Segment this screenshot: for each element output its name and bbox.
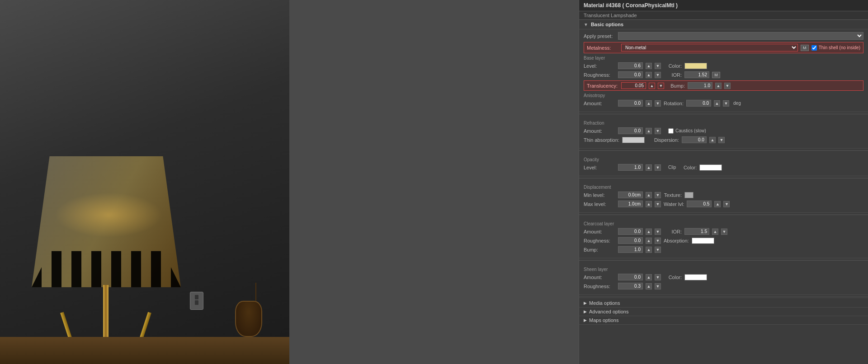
clearcoat-roughness-row: Roughness: ▲ ▼ Absorption: [584, 237, 863, 244]
maps-arrow: ▶ [584, 318, 587, 322]
bump-spin-up[interactable]: ▲ [715, 83, 722, 89]
refraction-amount-label: Amount: [584, 128, 615, 134]
opacity-spin-up[interactable]: ▲ [646, 164, 652, 171]
deg-label: deg [733, 101, 741, 106]
clearcoat-amount-input[interactable] [618, 228, 643, 235]
clearcoat-roughness-spin-up[interactable]: ▲ [646, 238, 652, 244]
min-level-spin-down[interactable]: ▼ [655, 192, 661, 198]
aniso-amount-input[interactable] [618, 100, 643, 107]
opacity-color-swatch[interactable] [699, 164, 722, 171]
displacement-section: Displacement Min level: ▲ ▼ Texture: Max… [579, 180, 868, 213]
displacement-body: Displacement Min level: ▲ ▼ Texture: Max… [579, 180, 868, 212]
caustics-checkbox[interactable] [668, 128, 674, 134]
sheen-section: Sheen layer Amount: ▲ ▼ Color: Roughness… [579, 262, 868, 295]
clearcoat-roughness-input[interactable] [618, 237, 643, 244]
level-spin-down[interactable]: ▼ [655, 63, 661, 69]
texture-swatch[interactable] [684, 192, 693, 198]
floor [0, 337, 289, 364]
roughness-spin-up[interactable]: ▲ [646, 72, 652, 78]
panel-subtitle: Translucent Lampshade [579, 11, 868, 20]
sheen-amount-spin-down[interactable]: ▼ [655, 274, 661, 280]
metalness-m-button[interactable]: M [801, 45, 809, 51]
thin-absorption-swatch[interactable] [622, 137, 645, 143]
dispersion-input[interactable] [682, 136, 707, 143]
translucency-input[interactable] [621, 82, 646, 89]
min-level-spin-up[interactable]: ▲ [646, 192, 652, 198]
clearcoat-bump-label: Bump: [584, 247, 615, 252]
aniso-spin-up[interactable]: ▲ [646, 100, 652, 107]
clearcoat-absorption-swatch[interactable] [692, 238, 714, 244]
clearcoat-ior-spin-down[interactable]: ▼ [721, 229, 727, 235]
roughness-input[interactable] [618, 71, 643, 78]
min-level-input[interactable] [618, 191, 643, 198]
wall-socket [190, 292, 203, 310]
maps-options-header[interactable]: ▶ Maps options [579, 316, 868, 325]
clearcoat-bump-spin-up[interactable]: ▲ [646, 247, 652, 253]
clearcoat-amount-spin-up[interactable]: ▲ [646, 229, 652, 235]
clearcoat-amount-spin-down[interactable]: ▼ [655, 229, 661, 235]
opacity-color-label: Color: [679, 165, 697, 170]
opacity-section: Opacity Level: ▲ ▼ Clip Color: [579, 153, 868, 176]
clearcoat-body: Clearcoat layer Amount: ▲ ▼ IOR: ▲ ▼ Rou… [579, 217, 868, 258]
sheen-amount-row: Amount: ▲ ▼ Color: [584, 274, 863, 280]
sheen-color-swatch[interactable] [684, 274, 707, 280]
water-input[interactable] [687, 201, 712, 207]
refraction-spin-down[interactable]: ▼ [655, 128, 661, 134]
ior-input[interactable] [684, 71, 709, 78]
sheen-roughness-input[interactable] [618, 283, 643, 289]
clearcoat-roughness-spin-down[interactable]: ▼ [655, 238, 661, 244]
clearcoat-ior-input[interactable] [684, 228, 709, 235]
apply-preset-select[interactable] [618, 32, 863, 40]
refraction-amount-row: Amount: ▲ ▼ Caustics (slow) [584, 127, 863, 134]
media-options-header[interactable]: ▶ Media options [579, 299, 868, 308]
clearcoat-ior-spin-up[interactable]: ▲ [712, 229, 718, 235]
clearcoat-ior-label: IOR: [664, 229, 682, 234]
anisotropy-label: Anisotropy [584, 93, 863, 98]
max-level-spin-up[interactable]: ▲ [646, 201, 652, 207]
thin-shell-checkbox[interactable] [811, 45, 817, 51]
rotation-input[interactable] [686, 100, 711, 107]
opacity-spin-down[interactable]: ▼ [655, 164, 661, 171]
max-level-input[interactable] [618, 201, 643, 207]
sheen-amount-label: Amount: [584, 275, 615, 280]
dispersion-spin-down[interactable]: ▼ [718, 137, 725, 143]
opacity-level-input[interactable] [618, 164, 643, 171]
sheen-body: Sheen layer Amount: ▲ ▼ Color: Roughness… [579, 262, 868, 294]
max-level-row: Max level: ▲ ▼ Water lvl: ▲ ▼ [584, 201, 863, 207]
texture-label: Texture: [664, 192, 682, 198]
basic-options-header[interactable]: ▼ Basic options [579, 20, 868, 29]
level-input[interactable] [618, 62, 643, 69]
water-spin-down[interactable]: ▼ [723, 201, 730, 207]
sheen-amount-input[interactable] [618, 274, 643, 280]
clearcoat-bump-input[interactable] [618, 246, 643, 253]
node-connections-svg [289, 0, 579, 364]
base-color-swatch[interactable] [684, 63, 707, 69]
refraction-amount-input[interactable] [618, 127, 643, 134]
water-spin-up[interactable]: ▲ [714, 201, 721, 207]
bump-input[interactable] [688, 82, 712, 89]
translucency-spin-up[interactable]: ▲ [649, 83, 655, 89]
max-level-spin-down[interactable]: ▼ [655, 201, 661, 207]
sheen-label: Sheen layer [584, 267, 863, 272]
metalness-select[interactable]: Non-metal [621, 44, 798, 51]
apply-preset-label: Apply preset: [584, 33, 615, 39]
bump-spin-down[interactable]: ▼ [724, 83, 731, 89]
node-editor[interactable]: Map #2138626476 — Checker Color 1 Color … [289, 0, 579, 364]
rotation-spin-up[interactable]: ▲ [714, 100, 720, 107]
apply-preset-row: Apply preset: [584, 32, 863, 40]
roughness-ior-row: Roughness: ▲ ▼ IOR: M [584, 71, 863, 78]
ior-m-button[interactable]: M [712, 72, 720, 78]
translucency-row: Translucency: ▲ ▼ Bump: ▲ ▼ [584, 80, 863, 91]
advanced-options-header[interactable]: ▶ Advanced options [579, 308, 868, 316]
sheen-roughness-spin-down[interactable]: ▼ [655, 283, 661, 289]
rotation-spin-down[interactable]: ▼ [723, 100, 729, 107]
sheen-roughness-spin-up[interactable]: ▲ [646, 283, 652, 289]
refraction-spin-up[interactable]: ▲ [646, 128, 652, 134]
translucency-spin-down[interactable]: ▼ [658, 83, 664, 89]
roughness-spin-down[interactable]: ▼ [655, 72, 661, 78]
clearcoat-bump-spin-down[interactable]: ▼ [655, 247, 661, 253]
dispersion-spin-up[interactable]: ▲ [709, 137, 716, 143]
sheen-amount-spin-up[interactable]: ▲ [646, 274, 652, 280]
aniso-spin-down[interactable]: ▼ [655, 100, 661, 107]
level-spin-up[interactable]: ▲ [646, 63, 652, 69]
